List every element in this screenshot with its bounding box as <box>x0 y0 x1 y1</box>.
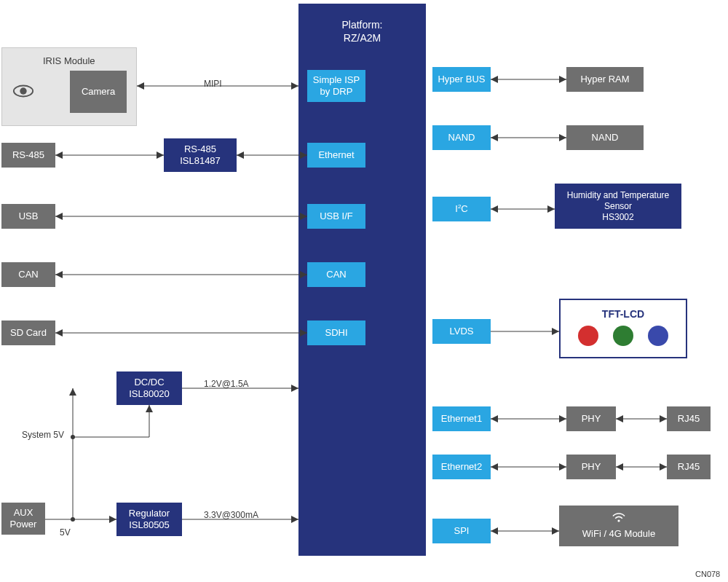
platform-title-2: RZ/A2M <box>344 32 381 45</box>
svg-marker-47 <box>491 415 498 422</box>
svg-marker-54 <box>559 463 566 471</box>
usb-block: USB <box>1 204 55 229</box>
svg-marker-42 <box>491 205 498 213</box>
svg-marker-43 <box>547 205 555 213</box>
svg-marker-10 <box>237 152 244 159</box>
svg-marker-39 <box>491 134 498 141</box>
svg-marker-16 <box>55 271 63 278</box>
wifi-label: WiFi / 4G Module <box>582 528 655 540</box>
svg-marker-13 <box>55 213 63 220</box>
internal-can: CAN <box>307 262 365 287</box>
svg-marker-51 <box>660 415 667 422</box>
v33-label: 3.3V@300mA <box>204 510 258 520</box>
svg-marker-40 <box>559 134 566 141</box>
hyperram-block: Hyper RAM <box>566 67 644 92</box>
rj45-2-block: RJ45 <box>667 455 711 479</box>
phy2-block: PHY <box>566 455 616 479</box>
rs485-part: RS-485 ISL81487 <box>164 138 237 172</box>
svg-point-27 <box>71 517 75 522</box>
svg-point-1 <box>20 87 26 94</box>
svg-marker-45 <box>552 328 559 335</box>
svg-marker-59 <box>491 527 498 535</box>
svg-marker-7 <box>55 152 63 159</box>
can-block: CAN <box>1 262 55 287</box>
system5v-label: System 5V <box>22 430 64 440</box>
tft-green-dot <box>613 326 633 346</box>
iris-title: IRIS Module <box>43 55 95 67</box>
wifi-icon <box>612 512 626 527</box>
svg-marker-56 <box>616 463 623 471</box>
nand-right-block: NAND <box>566 125 644 150</box>
internal-eth2: Ethernet2 <box>432 455 491 479</box>
dcdc-part: DC/DC ISL80020 <box>116 371 182 405</box>
svg-marker-8 <box>157 152 164 159</box>
mipi-label: MIPI <box>204 79 222 89</box>
internal-spi: SPI <box>432 519 491 543</box>
internal-hyperbus: Hyper BUS <box>432 67 491 92</box>
svg-marker-36 <box>491 76 498 83</box>
internal-simple-isp: Simple ISP by DRP <box>307 70 365 102</box>
svg-marker-29 <box>69 388 76 396</box>
internal-nand: NAND <box>432 125 491 150</box>
cn-label: CN078 <box>695 570 720 578</box>
regulator-part: Regulator ISL80505 <box>116 503 182 536</box>
svg-marker-50 <box>616 415 623 422</box>
camera-block: Camera <box>70 71 127 113</box>
rs485-block: RS-485 <box>1 143 55 168</box>
svg-marker-5 <box>291 82 298 90</box>
svg-marker-57 <box>660 463 667 471</box>
eye-icon <box>12 83 34 102</box>
internal-ethernet: Ethernet <box>307 143 365 168</box>
platform-title-1: Platform: <box>341 19 382 32</box>
internal-lvds: LVDS <box>432 319 491 344</box>
svg-point-2 <box>617 519 620 522</box>
aux-power-block: AUX Power <box>1 503 45 535</box>
svg-marker-22 <box>291 385 298 392</box>
v12-label: 1.2V@1.5A <box>204 379 249 389</box>
tft-lcd-block: TFT-LCD <box>559 299 687 358</box>
svg-point-31 <box>71 435 75 439</box>
svg-marker-26 <box>109 516 116 523</box>
tft-lcd-title: TFT-LCD <box>602 308 644 321</box>
humidity-block: Humidity and Temperature Sensor HS3002 <box>555 184 681 229</box>
tft-red-dot <box>578 326 598 346</box>
svg-marker-48 <box>559 415 566 422</box>
tft-blue-dot <box>648 326 668 346</box>
svg-marker-19 <box>55 329 63 337</box>
svg-marker-37 <box>559 76 566 83</box>
wifi-block: WiFi / 4G Module <box>559 506 678 546</box>
internal-usbif: USB I/F <box>307 204 365 229</box>
internal-i2c: I2C <box>432 197 491 221</box>
internal-eth1: Ethernet1 <box>432 406 491 431</box>
fiveV-label: 5V <box>60 527 71 538</box>
rj45-1-block: RJ45 <box>667 406 711 431</box>
svg-marker-53 <box>491 463 498 471</box>
svg-marker-4 <box>137 82 144 90</box>
svg-marker-34 <box>146 405 153 412</box>
svg-marker-24 <box>291 516 298 523</box>
phy1-block: PHY <box>566 406 616 431</box>
internal-sdhi: SDHI <box>307 321 365 345</box>
sdcard-block: SD Card <box>1 321 55 345</box>
svg-marker-60 <box>552 527 559 535</box>
